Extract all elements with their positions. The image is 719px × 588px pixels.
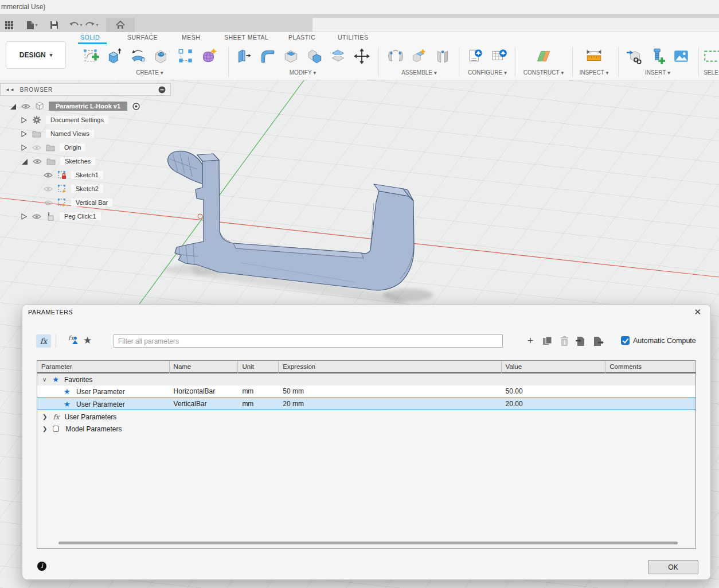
browser-row-vertical-bar[interactable]: Vertical Bar	[44, 197, 112, 208]
home-tab[interactable]	[106, 18, 135, 32]
column-header-value[interactable]: Value	[502, 361, 606, 373]
fillet-button[interactable]	[259, 48, 276, 65]
column-header-unit[interactable]: Unit	[238, 361, 279, 373]
chevron-down-icon[interactable]: ∨	[42, 376, 46, 383]
file-menu-button[interactable]: ▾	[25, 19, 39, 32]
favorite-star-icon[interactable]: ★	[64, 387, 71, 396]
group-assemble-label[interactable]: ASSEMBLE ▾	[401, 69, 437, 76]
close-icon[interactable]: ✕	[694, 307, 701, 317]
joint-origin-button[interactable]	[434, 48, 451, 65]
new-component-button[interactable]	[411, 48, 428, 65]
visibility-off-icon[interactable]	[32, 145, 41, 151]
group-insert-label[interactable]: INSERT ▾	[645, 69, 670, 76]
parameter-name[interactable]: HorizontalBar	[170, 385, 239, 398]
workspace-selector[interactable]: DESIGN ▾	[6, 41, 66, 69]
group-inspect-label[interactable]: INSPECT ▾	[580, 69, 609, 76]
visibility-off-icon[interactable]	[44, 186, 53, 192]
insert-derive-button[interactable]	[626, 48, 643, 65]
horizontal-scrollbar[interactable]	[58, 542, 678, 544]
construct-plane-button[interactable]	[535, 48, 552, 65]
group-select-label[interactable]: SELE	[704, 69, 718, 76]
parameter-expression[interactable]: 20 mm	[279, 398, 501, 410]
collapsed-icon[interactable]	[21, 130, 28, 138]
automatic-compute-checkbox[interactable]	[621, 336, 630, 345]
parameter-expression[interactable]: 50 mm	[279, 385, 501, 398]
form-button[interactable]	[200, 48, 217, 65]
browser-row-sketch2[interactable]: Sketch2	[44, 183, 103, 194]
info-icon[interactable]: i	[37, 562, 46, 571]
parameter-unit[interactable]: mm	[238, 398, 279, 410]
tab-solid[interactable]: SOLID	[80, 34, 100, 41]
table-row-verticalbar-selected[interactable]: ★ User Parameter VerticalBar mm 20 mm 20…	[37, 398, 695, 410]
pattern-button[interactable]	[177, 48, 194, 65]
export-csv-button[interactable]	[592, 336, 604, 347]
browser-root-label[interactable]: Parametric L-Hook v1	[49, 102, 127, 111]
ok-button[interactable]: OK	[648, 560, 698, 574]
group-construct-label[interactable]: CONSTRUCT ▾	[523, 69, 564, 76]
extrude-button[interactable]	[106, 48, 123, 65]
visibility-eye-icon[interactable]	[21, 103, 30, 110]
hole-button[interactable]	[153, 48, 170, 65]
measure-button[interactable]	[585, 48, 603, 65]
table-row-horizontalbar[interactable]: ★ User Parameter HorizontalBar mm 50 mm …	[37, 385, 695, 398]
browser-row-origin[interactable]: Origin	[21, 142, 85, 153]
group-configure-label[interactable]: CONFIGURE ▾	[468, 69, 507, 76]
parameter-name[interactable]: VerticalBar	[170, 398, 239, 410]
favorite-star-icon[interactable]: ★	[64, 400, 71, 408]
column-header-expression[interactable]: Expression	[279, 361, 501, 373]
combine-button[interactable]	[306, 48, 323, 65]
undo-button[interactable]: ▾	[69, 19, 83, 32]
apps-grid-button[interactable]	[2, 19, 16, 32]
collapsed-icon[interactable]	[21, 116, 28, 124]
revolve-button[interactable]	[130, 48, 147, 65]
visibility-eye-icon[interactable]	[33, 158, 42, 165]
favorites-filter-button[interactable]: ★	[83, 334, 92, 346]
delete-parameter-button[interactable]	[559, 336, 570, 347]
copy-parameter-button[interactable]	[542, 336, 553, 347]
select-button[interactable]	[703, 48, 719, 65]
parameter-unit[interactable]: mm	[238, 385, 279, 398]
chevron-right-icon[interactable]: ❯	[42, 414, 47, 420]
chevron-right-icon[interactable]: ❯	[42, 426, 47, 432]
activate-component-radio[interactable]	[132, 102, 140, 111]
table-group-favorites[interactable]: ∨ ★ Favorites	[37, 373, 695, 385]
collapsed-icon[interactable]	[21, 213, 28, 220]
group-create-label[interactable]: CREATE ▾	[136, 69, 163, 76]
visibility-off-icon[interactable]	[44, 200, 53, 206]
browser-minimize-icon[interactable]	[158, 86, 166, 94]
browser-row-sketches[interactable]: Sketches	[21, 155, 95, 167]
tab-utilities[interactable]: UTILITIES	[338, 34, 369, 41]
joint-button[interactable]	[387, 48, 404, 65]
column-header-parameter[interactable]: Parameter	[37, 361, 170, 373]
user-parameter-filter-button[interactable]: fx	[64, 334, 79, 348]
filter-input[interactable]	[114, 334, 503, 348]
visibility-eye-icon[interactable]	[32, 213, 41, 220]
parameter-comments[interactable]	[605, 385, 695, 398]
tab-mesh[interactable]: MESH	[182, 34, 200, 41]
parameter-comments[interactable]	[605, 398, 695, 410]
collapsed-icon[interactable]	[21, 144, 28, 151]
browser-row-document-settings[interactable]: Document Settings	[21, 114, 108, 126]
import-csv-button[interactable]	[575, 336, 587, 347]
browser-row-root[interactable]: Parametric L-Hook v1	[9, 100, 140, 112]
shell-button[interactable]	[283, 48, 300, 65]
browser-row-named-views[interactable]: Named Views	[21, 128, 94, 139]
tab-sheet-metal[interactable]: SHEET METAL	[224, 34, 268, 41]
tab-surface[interactable]: SURFACE	[127, 34, 158, 41]
column-header-name[interactable]: Name	[170, 361, 239, 373]
group-modify-label[interactable]: MODIFY ▾	[290, 69, 316, 76]
insert-canvas-button[interactable]	[673, 48, 690, 65]
expanded-icon[interactable]	[21, 158, 28, 165]
insert-fastener-button[interactable]	[649, 48, 666, 65]
add-parameter-button[interactable]: +	[525, 336, 536, 347]
save-button[interactable]	[47, 19, 61, 32]
browser-row-sketch1[interactable]: Sketch1	[44, 169, 103, 181]
browser-row-peg-click[interactable]: Peg Click:1	[21, 211, 101, 222]
column-header-comments[interactable]: Comments	[605, 361, 695, 373]
redo-button[interactable]: ▾	[85, 19, 99, 32]
table-group-model-parameters[interactable]: ❯ Model Parameters	[37, 423, 695, 435]
configuration-table-button[interactable]	[491, 48, 508, 65]
expanded-icon[interactable]	[9, 103, 17, 110]
configuration-button[interactable]	[467, 48, 484, 65]
press-pull-button[interactable]	[236, 48, 253, 65]
